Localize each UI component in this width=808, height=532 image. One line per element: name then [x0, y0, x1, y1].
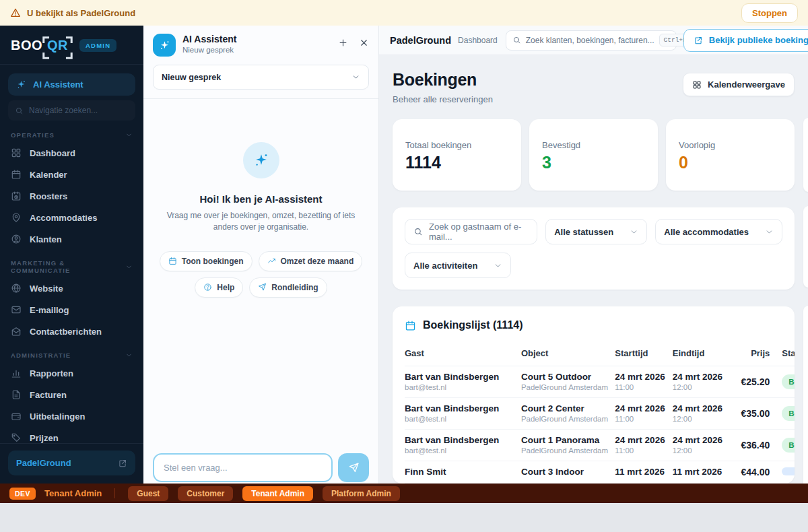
cell-primary: 24 mrt 2026 — [673, 371, 725, 383]
overflow-card-sliver — [803, 306, 808, 484]
sidebar-nav: OPERATIESDashboardKalenderRoostersAccomm… — [0, 122, 143, 443]
nav-search-placeholder: Navigatie zoeken... — [29, 106, 98, 115]
trend-icon — [267, 257, 276, 265]
sidebar-item-label: Dashboard — [30, 148, 75, 158]
stat-value: 3 — [542, 153, 645, 172]
calendar-view-button[interactable]: Kalenderweergave — [683, 73, 795, 96]
suggestion-chip[interactable]: Help — [195, 277, 243, 298]
role-button-tenant-admin[interactable]: Tenant Admin — [242, 486, 313, 501]
dashboard-icon — [11, 147, 22, 158]
price-cell: €44.00 — [730, 461, 775, 484]
ai-panel-title: AI Assistent — [182, 34, 236, 44]
ai-panel-subtitle: Nieuw gesprek — [182, 46, 236, 54]
main-area: PadelGround Dashboard Zoek klanten, boek… — [379, 26, 808, 484]
sidebar-item-ai-assistent[interactable]: AI Assistent — [8, 73, 135, 96]
table-row[interactable]: Bart van Bindsbergenbart@test.nlCourt 2 … — [405, 398, 795, 430]
sidebar-item-label: Prijzen — [30, 433, 59, 443]
ai-assistant-panel: AI Assistent Nieuw gesprek Nieuw gesprek… — [143, 26, 379, 484]
top-bar: PadelGround Dashboard Zoek klanten, boek… — [379, 26, 808, 55]
stat-card: Bevestigd3 — [529, 119, 658, 191]
ai-panel-body: Hoi! Ik ben je AI-assistent Vraag me ove… — [143, 99, 378, 446]
mail-open-icon — [11, 326, 22, 337]
guest-search-input[interactable]: Zoek op gastnaam of e-mail... — [405, 219, 537, 244]
cell-secondary: bart@test.nl — [405, 383, 516, 393]
chevron-down-icon — [765, 228, 774, 236]
cell-primary: Bart van Bindsbergen — [405, 434, 516, 446]
sidebar-item-facturen[interactable]: Facturen — [0, 384, 143, 405]
role-button-platform-admin[interactable]: Platform Admin — [323, 486, 400, 501]
tenant-link[interactable]: PadelGround — [8, 451, 135, 475]
suggestion-chip[interactable]: Omzet deze maand — [259, 251, 363, 271]
cell-secondary: 11:00 — [615, 414, 667, 424]
sidebar-item-klanten[interactable]: Klanten — [0, 228, 143, 250]
suggestion-chip[interactable]: Toon boekingen — [160, 251, 252, 271]
column-header: Gast — [405, 341, 521, 366]
tenant-brand: PadelGround — [390, 35, 451, 46]
table-row[interactable]: Finn SmitCourt 3 Indoor11 mrt 202611 mrt… — [405, 461, 795, 484]
cell-secondary: bart@test.nl — [405, 446, 516, 456]
public-booking-page-button[interactable]: Bekijk publieke boekingspagina — [683, 29, 808, 52]
table-row[interactable]: Bart van Bindsbergenbart@test.nlCourt 1 … — [405, 430, 795, 461]
search-icon — [15, 106, 24, 115]
stop-impersonation-button[interactable]: Stoppen — [741, 3, 798, 23]
ask-question-input[interactable] — [153, 453, 333, 482]
breadcrumb: Dashboard — [458, 36, 498, 45]
chip-label: Rondleiding — [271, 283, 318, 292]
column-header: Status — [775, 341, 795, 366]
sidebar-item-kalender[interactable]: Kalender — [0, 164, 143, 185]
role-button-customer[interactable]: Customer — [178, 486, 233, 501]
new-conversation-icon[interactable] — [338, 38, 348, 48]
stats-row: Totaal boekingen1114Bevestigd3Voorlopig0 — [393, 119, 795, 191]
chevron-down-icon — [125, 352, 133, 359]
sidebar-item-roosters[interactable]: Roosters — [0, 185, 143, 207]
sidebar-item-label: Accommodaties — [30, 213, 97, 223]
sidebar-section-header[interactable]: ADMINISTRATIE — [0, 342, 143, 362]
table-row[interactable]: Bart van Bindsbergenbart@test.nlCourt 5 … — [405, 366, 795, 398]
sidebar-section-header[interactable]: OPERATIES — [0, 122, 143, 142]
warning-icon — [10, 7, 21, 18]
activity-filter-select[interactable]: Alle activiteiten — [405, 253, 511, 278]
stat-value: 0 — [679, 153, 782, 172]
conversation-select-value: Nieuw gesprek — [162, 73, 221, 82]
send-button[interactable] — [338, 453, 369, 482]
sidebar-item-website[interactable]: Website — [0, 277, 143, 299]
pin-icon — [11, 212, 22, 223]
sidebar-item-e-maillog[interactable]: E-maillog — [0, 299, 143, 321]
accommodation-filter-select[interactable]: Alle accommodaties — [655, 219, 782, 244]
chevron-down-icon — [494, 261, 502, 270]
sidebar-item-label: Facturen — [30, 390, 67, 400]
sidebar-item-dashboard[interactable]: Dashboard — [0, 142, 143, 164]
sidebar-item-label: Rapporten — [30, 368, 73, 378]
column-header: Object — [521, 341, 615, 366]
tenant-link-label: PadelGround — [16, 458, 71, 468]
cell-secondary: PadelGround Amsterdam — [521, 383, 609, 393]
sidebar-item-contactberichten[interactable]: Contactberichten — [0, 321, 143, 342]
conversation-select[interactable]: Nieuw gesprek — [153, 65, 369, 90]
column-header: Eindtijd — [673, 341, 730, 366]
send-icon — [348, 462, 360, 473]
close-icon[interactable] — [359, 38, 369, 48]
overflow-card-sliver — [803, 206, 808, 288]
cell-secondary: 11:00 — [615, 383, 667, 393]
sidebar-item-prijzen[interactable]: Prijzen — [0, 427, 143, 443]
sidebar-item-label: Roosters — [30, 191, 67, 201]
global-search-input[interactable]: Zoek klanten, boekingen, facturen... Ctr… — [506, 30, 677, 51]
sidebar-item-rapporten[interactable]: Rapporten — [0, 362, 143, 384]
cell-primary: Bart van Bindsbergen — [405, 403, 516, 414]
sidebar-section-header[interactable]: MARKETING & COMMUNICATIE — [0, 250, 143, 277]
suggestion-chip[interactable]: Rondleiding — [249, 277, 327, 298]
role-button-guest[interactable]: Guest — [128, 486, 168, 501]
price-cell: €35.00 — [730, 398, 775, 430]
send-icon — [258, 283, 267, 292]
sidebar-item-label: Uitbetalingen — [30, 411, 85, 422]
impersonation-banner: U bekijkt als PadelGround Stoppen — [0, 0, 808, 26]
sidebar-item-label: AI Assistent — [33, 79, 83, 90]
calendar-icon — [168, 257, 177, 265]
cell-secondary: bart@test.nl — [405, 414, 516, 424]
grid-icon — [692, 80, 702, 90]
status-filter-select[interactable]: Alle statussen — [545, 219, 647, 244]
sidebar-item-uitbetalingen[interactable]: Uitbetalingen — [0, 405, 143, 427]
sidebar-item-accommodaties[interactable]: Accommodaties — [0, 207, 143, 228]
sidebar-nav-search[interactable]: Navigatie zoeken... — [8, 100, 135, 121]
current-role-label: Tenant Admin — [44, 488, 102, 498]
